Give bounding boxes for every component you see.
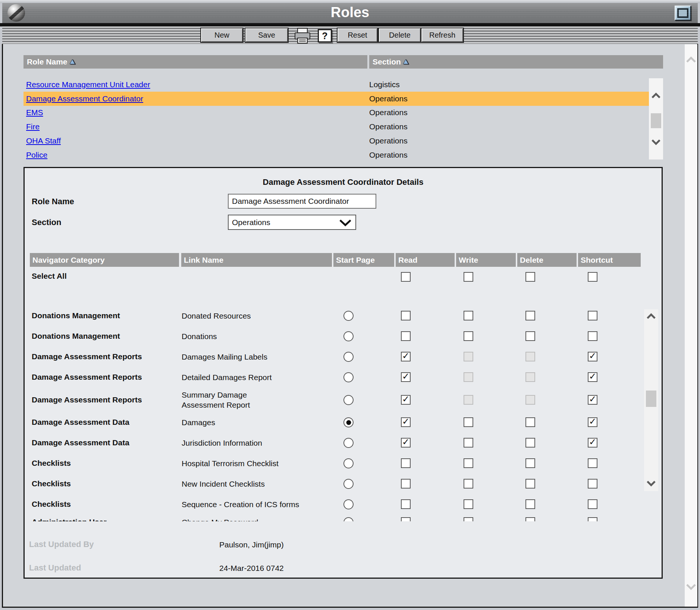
perm-shortcut-checkbox[interactable] (588, 438, 597, 448)
perm-write-checkbox[interactable] (464, 438, 473, 448)
role-link[interactable]: EMS (26, 108, 43, 117)
scroll-up-icon[interactable] (646, 313, 656, 319)
perm-write-checkbox[interactable] (464, 417, 473, 427)
perm-shortcut-checkbox[interactable] (588, 458, 597, 468)
table-row: PoliceOperations (23, 148, 654, 162)
perm-write-checkbox[interactable] (464, 479, 473, 489)
start-page-radio[interactable] (343, 417, 354, 427)
permissions-scrollbar[interactable] (644, 309, 658, 491)
perm-read-checkbox[interactable] (401, 311, 411, 320)
perm-delete-checkbox (525, 372, 535, 382)
start-page-radio[interactable] (343, 331, 354, 341)
start-page-radio[interactable] (343, 438, 354, 448)
reset-button[interactable]: Reset (338, 28, 377, 42)
perm-header-navigator-category: Navigator Category (30, 253, 179, 267)
maximize-button[interactable] (675, 6, 691, 20)
start-page-radio[interactable] (343, 311, 354, 321)
perm-read-checkbox[interactable] (401, 331, 411, 341)
perm-shortcut-checkbox[interactable] (588, 352, 597, 361)
perm-read-checkbox[interactable] (401, 395, 411, 405)
perm-write-checkbox[interactable] (464, 311, 473, 320)
perm-write-checkbox[interactable] (464, 331, 473, 341)
start-page-radio[interactable] (343, 499, 354, 509)
perm-shortcut-checkbox[interactable] (588, 372, 597, 382)
title-bar: Roles (2, 3, 698, 23)
column-header-role-name[interactable]: Role Name (23, 55, 367, 69)
start-page-radio[interactable] (343, 517, 354, 521)
table-row: OHA StaffOperations (23, 134, 654, 148)
perm-shortcut-checkbox[interactable] (588, 331, 597, 341)
new-button[interactable]: New (201, 28, 243, 42)
start-page-radio[interactable] (343, 479, 354, 489)
perm-shortcut-checkbox[interactable] (588, 395, 597, 405)
perm-write-checkbox[interactable] (464, 517, 473, 521)
scroll-down-icon[interactable] (651, 139, 661, 145)
perm-shortcut-checkbox[interactable] (588, 311, 597, 320)
start-page-radio[interactable] (343, 458, 354, 468)
perm-delete-checkbox[interactable] (525, 458, 535, 468)
scroll-up-icon[interactable] (685, 56, 697, 63)
scroll-down-icon[interactable] (646, 480, 656, 487)
role-link[interactable]: Resource Management Unit Leader (26, 80, 150, 89)
section-select[interactable]: Operations (228, 215, 356, 230)
start-page-radio[interactable] (343, 352, 354, 362)
perm-delete-checkbox[interactable] (525, 479, 535, 489)
perm-write-checkbox[interactable] (464, 499, 473, 509)
start-page-radio[interactable] (343, 372, 354, 382)
perm-read-checkbox[interactable] (401, 352, 411, 361)
roles-list-scrollbar[interactable] (649, 78, 663, 159)
scroll-down-icon[interactable] (685, 584, 697, 590)
perm-delete-checkbox[interactable] (525, 331, 535, 341)
print-icon[interactable] (292, 28, 313, 46)
perm-write-checkbox (464, 372, 473, 382)
refresh-button[interactable]: Refresh (421, 28, 463, 42)
perm-header-read: Read (396, 253, 455, 267)
perm-read-checkbox[interactable] (401, 479, 411, 489)
help-icon[interactable]: ? (318, 29, 332, 42)
perm-write-checkbox (464, 395, 473, 405)
perm-shortcut-checkbox[interactable] (588, 517, 597, 521)
perm-read-checkbox[interactable] (401, 372, 411, 382)
delete-button[interactable]: Delete (379, 28, 421, 42)
role-link[interactable]: Police (26, 151, 47, 159)
role-link[interactable]: Damage Assessment Coordinator (26, 94, 143, 103)
perm-shortcut-checkbox[interactable] (588, 479, 597, 489)
permission-row: Damage Assessment ReportsSummary Damage … (23, 388, 643, 412)
start-page-radio[interactable] (343, 395, 354, 405)
select-all-read-checkbox[interactable] (401, 272, 411, 282)
page-scrollbar[interactable] (685, 44, 697, 607)
table-row: EMSOperations (23, 105, 654, 120)
table-row: Damage Assessment CoordinatorOperations (23, 92, 654, 106)
perm-delete-checkbox[interactable] (525, 517, 535, 521)
perm-shortcut-checkbox[interactable] (588, 417, 597, 427)
chevron-down-icon (339, 219, 352, 227)
scroll-up-icon[interactable] (651, 92, 661, 99)
perm-delete-checkbox[interactable] (525, 438, 535, 448)
scrollbar-thumb[interactable] (651, 113, 661, 128)
perm-read-checkbox[interactable] (401, 458, 411, 468)
role-name-label: Role Name (32, 197, 74, 206)
perm-read-checkbox[interactable] (401, 417, 411, 427)
perm-write-checkbox[interactable] (464, 458, 473, 468)
select-all-label: Select All (32, 272, 67, 281)
perm-delete-checkbox (525, 395, 535, 405)
link-name-cell: Donations (182, 331, 342, 341)
perm-read-checkbox[interactable] (401, 517, 411, 521)
role-name-input[interactable] (228, 194, 376, 209)
select-all-shortcut-checkbox[interactable] (588, 272, 597, 282)
select-all-write-checkbox[interactable] (464, 272, 473, 282)
perm-read-checkbox[interactable] (401, 438, 411, 448)
scrollbar-thumb[interactable] (646, 391, 656, 407)
perm-delete-checkbox[interactable] (525, 499, 535, 509)
role-link[interactable]: OHA Staff (26, 136, 61, 145)
save-button[interactable]: Save (245, 28, 288, 42)
column-header-section[interactable]: Section (369, 55, 663, 69)
select-all-delete-checkbox[interactable] (525, 272, 535, 282)
toolbar: NewSave?ResetDeleteRefresh (2, 26, 698, 44)
perm-read-checkbox[interactable] (401, 499, 411, 509)
perm-delete-checkbox[interactable] (525, 417, 535, 427)
perm-shortcut-checkbox[interactable] (588, 499, 597, 509)
table-row: FireOperations (23, 120, 654, 134)
perm-delete-checkbox[interactable] (525, 311, 535, 320)
role-link[interactable]: Fire (26, 122, 40, 131)
